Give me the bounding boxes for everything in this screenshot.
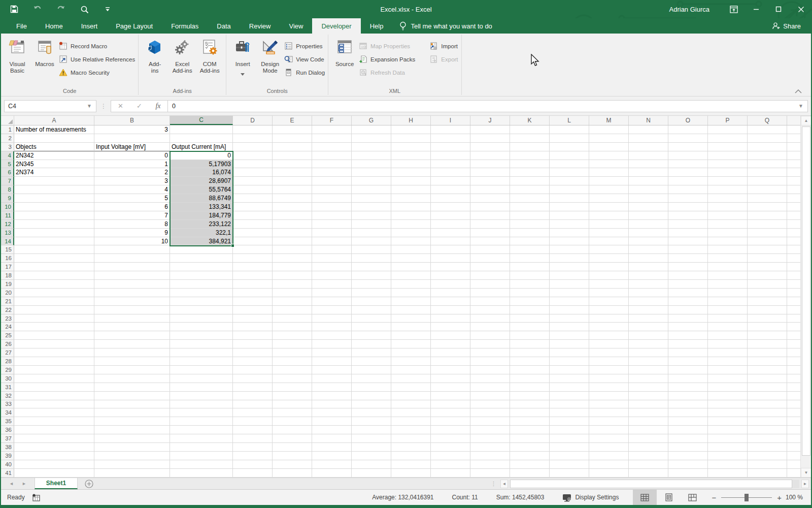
cell-partial-30[interactable] [787,374,800,383]
column-header-P[interactable]: P [708,116,748,125]
cell-H16[interactable] [391,254,431,263]
cell-D29[interactable] [233,366,273,374]
cell-A37[interactable] [14,434,94,443]
cell-N31[interactable] [629,383,668,392]
cell-L8[interactable] [550,185,589,194]
cell-Q21[interactable] [748,297,787,306]
cell-H14[interactable] [391,237,431,246]
cell-I41[interactable] [431,469,470,478]
cell-P16[interactable] [708,254,748,263]
cell-F7[interactable] [312,177,352,185]
cell-partial-26[interactable] [787,340,800,348]
cell-H3[interactable] [391,143,431,151]
cell-C14[interactable]: 384,921 [170,237,233,246]
cell-J10[interactable] [470,203,510,211]
row-header-23[interactable]: 23 [1,314,14,323]
cell-O34[interactable] [668,408,708,417]
cell-M6[interactable] [589,168,629,177]
cell-N1[interactable] [629,125,668,134]
cell-G31[interactable] [352,383,391,392]
cell-L11[interactable] [550,211,589,220]
scroll-right-icon[interactable]: ► [801,480,809,488]
name-box-caret-icon[interactable]: ▼ [87,103,96,109]
cell-F26[interactable] [312,340,352,348]
cell-L35[interactable] [550,417,589,426]
row-header-12[interactable]: 12 [1,220,14,229]
cell-D33[interactable] [233,400,273,409]
cell-M1[interactable] [589,125,629,134]
cell-D18[interactable] [233,271,273,280]
scroll-left-icon[interactable]: ◄ [500,480,508,488]
cell-N25[interactable] [629,331,668,340]
cell-A25[interactable] [14,331,94,340]
cell-I7[interactable] [431,177,470,185]
cell-A11[interactable] [14,211,94,220]
cell-I32[interactable] [431,392,470,400]
design-mode-button[interactable]: Design Mode [257,36,283,74]
insert-dropdown-caret[interactable] [241,69,245,78]
row-header-34[interactable]: 34 [1,408,14,417]
cell-G9[interactable] [352,194,391,203]
cell-O2[interactable] [668,134,708,143]
cell-C32[interactable] [170,392,233,400]
cell-D7[interactable] [233,177,273,185]
cell-J29[interactable] [470,366,510,374]
cell-M18[interactable] [589,271,629,280]
cell-O15[interactable] [668,245,708,254]
cell-G23[interactable] [352,314,391,323]
cell-L38[interactable] [550,443,589,452]
cell-H10[interactable] [391,203,431,211]
cell-E36[interactable] [273,426,312,434]
cell-partial-33[interactable] [787,400,800,409]
row-header-16[interactable]: 16 [1,254,14,263]
cell-K4[interactable] [510,151,550,160]
cell-A33[interactable] [14,400,94,409]
tab-data[interactable]: Data [208,18,240,34]
cell-O6[interactable] [668,168,708,177]
cell-H35[interactable] [391,417,431,426]
cell-G26[interactable] [352,340,391,348]
cell-N16[interactable] [629,254,668,263]
cell-Q22[interactable] [748,306,787,314]
cell-L9[interactable] [550,194,589,203]
tab-home[interactable]: Home [36,18,72,34]
cell-L29[interactable] [550,366,589,374]
column-header-K[interactable]: K [510,116,550,125]
cell-partial-37[interactable] [787,434,800,443]
cell-K22[interactable] [510,306,550,314]
cell-M32[interactable] [589,392,629,400]
cell-I26[interactable] [431,340,470,348]
cell-C9[interactable]: 88,6749 [170,194,233,203]
cell-H20[interactable] [391,289,431,297]
cell-J36[interactable] [470,426,510,434]
cell-D22[interactable] [233,306,273,314]
cell-F34[interactable] [312,408,352,417]
cell-partial-39[interactable] [787,452,800,460]
cell-P35[interactable] [708,417,748,426]
cell-L1[interactable] [550,125,589,134]
cell-Q7[interactable] [748,177,787,185]
cell-P38[interactable] [708,443,748,452]
cell-C3[interactable]: Output Current [mA] [170,143,233,151]
cell-B21[interactable] [94,297,170,306]
cell-F17[interactable] [312,263,352,271]
cell-F41[interactable] [312,469,352,478]
cell-J20[interactable] [470,289,510,297]
cell-M4[interactable] [589,151,629,160]
row-header-9[interactable]: 9 [1,194,14,203]
cell-B6[interactable]: 2 [94,168,170,177]
row-header-10[interactable]: 10 [1,203,14,211]
cell-partial-12[interactable] [787,220,800,229]
row-header-27[interactable]: 27 [1,348,14,357]
cell-J11[interactable] [470,211,510,220]
cell-Q15[interactable] [748,245,787,254]
cell-P17[interactable] [708,263,748,271]
cell-H36[interactable] [391,426,431,434]
column-header-G[interactable]: G [352,116,391,125]
cell-K40[interactable] [510,460,550,469]
cell-D41[interactable] [233,469,273,478]
cell-K27[interactable] [510,348,550,357]
cell-Q38[interactable] [748,443,787,452]
cell-A30[interactable] [14,374,94,383]
cell-K31[interactable] [510,383,550,392]
